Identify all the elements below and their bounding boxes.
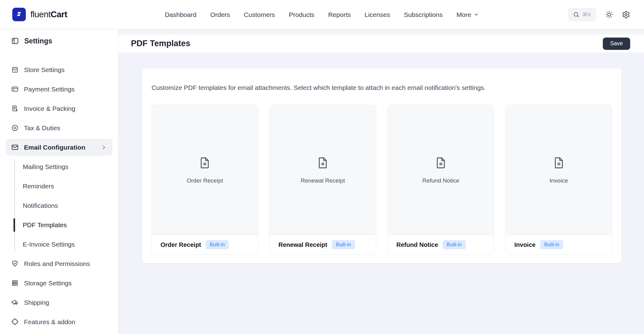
sun-icon <box>605 10 613 19</box>
sidebar-subitem-pdf-templates[interactable]: PDF Templates <box>0 215 118 235</box>
built-in-badge: Built-in <box>206 240 229 249</box>
search-button[interactable]: ⌘K <box>568 8 596 22</box>
credit-card-icon <box>11 85 19 93</box>
template-preview: Refund Notice <box>388 105 494 235</box>
search-shortcut: ⌘K <box>582 11 591 18</box>
sidebar-item-label: Reminders <box>23 183 54 190</box>
template-name: Renewal Receipt <box>279 241 327 248</box>
sidebar-item-email-configuration-row: Email Configuration <box>0 138 118 157</box>
template-preview-label: Renewal Receipt <box>301 177 345 184</box>
template-preview: Invoice <box>506 105 612 235</box>
sidebar-item-label: Shipping <box>24 299 49 306</box>
sidebar-item-label: PDF Templates <box>23 221 67 229</box>
sidebar-item-invoice-packing[interactable]: Invoice & Packing <box>0 99 118 118</box>
percent-circle-icon <box>11 124 19 132</box>
template-footer: Refund Notice Built-in <box>388 235 494 255</box>
settings-button[interactable] <box>622 10 630 19</box>
template-preview: Order Receipt <box>152 105 258 235</box>
panel-description: Customize PDF templates for email attach… <box>152 84 612 91</box>
document-icon <box>434 156 448 170</box>
nav-item-products[interactable]: Products <box>289 11 314 18</box>
sidebar-item-payment-settings[interactable]: Payment Settings <box>0 79 118 99</box>
sidebar-item-roles-permissions[interactable]: Roles and Permissions <box>0 254 118 273</box>
page-title: PDF Templates <box>131 39 190 48</box>
template-card-refund-notice[interactable]: Refund Notice Refund Notice Built-in <box>388 105 494 255</box>
top-actions: ⌘K <box>568 8 630 22</box>
template-footer: Renewal Receipt Built-in <box>270 235 376 255</box>
sidebar-item-tax-duties[interactable]: Tax & Duties <box>0 118 118 138</box>
settings-sidebar: Settings Store Settings Payment Settings… <box>0 29 118 334</box>
chevron-down-icon <box>473 12 479 18</box>
main-column: PDF Templates Save Customize PDF templat… <box>118 29 644 334</box>
sidebar-item-storage-settings[interactable]: Storage Settings <box>0 273 118 293</box>
nav-item-customers[interactable]: Customers <box>244 11 275 18</box>
sidebar-subitem-e-invoice-settings[interactable]: E-Invoice Settings <box>0 235 118 254</box>
theme-toggle-button[interactable] <box>605 10 613 19</box>
sidebar-item-label: E-Invoice Settings <box>23 241 75 248</box>
sidebar-item-label: Notifications <box>23 202 58 209</box>
template-card-grid: Order Receipt Order Receipt Built-in Ren… <box>152 105 612 255</box>
template-name: Refund Notice <box>397 241 438 248</box>
gear-icon <box>622 10 630 19</box>
template-preview-label: Invoice <box>550 177 568 184</box>
brand[interactable]: fluentCart <box>12 8 67 21</box>
app-shell: Settings Store Settings Payment Settings… <box>0 29 644 334</box>
sidebar-subitem-mailing-settings[interactable]: Mailing Settings <box>0 157 118 176</box>
sidebar-subitem-notifications[interactable]: Notifications <box>0 196 118 215</box>
document-icon <box>316 156 330 170</box>
nav-item-more[interactable]: More <box>456 11 479 18</box>
page-header: PDF Templates Save <box>118 34 644 53</box>
active-indicator <box>14 218 15 232</box>
fluentcart-logo-icon <box>12 8 26 21</box>
sidebar-nav: Store Settings Payment Settings Invoice … <box>0 53 118 332</box>
built-in-badge: Built-in <box>332 240 355 249</box>
sidebar-item-label: Roles and Permissions <box>24 260 90 268</box>
template-preview: Renewal Receipt <box>270 105 376 235</box>
sidebar-item-label: Tax & Duties <box>24 124 60 132</box>
nav-item-reports[interactable]: Reports <box>328 11 351 18</box>
built-in-badge: Built-in <box>443 240 466 249</box>
search-icon <box>573 11 579 18</box>
main-nav: Dashboard Orders Customers Products Repo… <box>165 0 479 29</box>
sidebar-header: Settings <box>0 29 118 53</box>
nav-item-orders[interactable]: Orders <box>210 11 230 18</box>
sidebar-item-label: Payment Settings <box>24 86 75 93</box>
document-icon <box>198 156 212 170</box>
invoice-icon <box>11 105 19 112</box>
nav-item-dashboard[interactable]: Dashboard <box>165 11 196 18</box>
template-name: Order Receipt <box>160 241 201 248</box>
sidebar-item-shipping[interactable]: Shipping <box>0 293 118 312</box>
template-preview-label: Order Receipt <box>187 177 223 184</box>
puzzle-icon <box>11 318 19 326</box>
mail-icon <box>11 143 19 151</box>
template-name: Invoice <box>514 241 535 248</box>
save-button[interactable]: Save <box>603 38 630 50</box>
panel-left-icon <box>11 37 19 45</box>
sidebar-item-store-settings[interactable]: Store Settings <box>0 60 118 79</box>
truck-icon <box>11 299 19 306</box>
header-gap-strip <box>118 29 644 34</box>
nav-item-subscriptions[interactable]: Subscriptions <box>404 11 443 18</box>
template-preview-label: Refund Notice <box>422 177 459 184</box>
template-card-order-receipt[interactable]: Order Receipt Order Receipt Built-in <box>152 105 258 255</box>
server-icon <box>11 279 19 287</box>
shield-check-icon <box>11 260 19 268</box>
built-in-badge: Built-in <box>540 240 563 249</box>
sidebar-item-email-configuration[interactable]: Email Configuration <box>6 139 113 156</box>
template-footer: Order Receipt Built-in <box>152 235 258 255</box>
email-configuration-sublist: Mailing Settings Reminders Notifications… <box>0 157 118 254</box>
sidebar-item-features-addon[interactable]: Features & addon <box>0 312 118 332</box>
content-area: Customize PDF templates for email attach… <box>118 53 644 334</box>
nav-item-licenses[interactable]: Licenses <box>365 11 390 18</box>
brand-name: fluentCart <box>30 10 67 19</box>
template-footer: Invoice Built-in <box>506 235 612 255</box>
sidebar-item-label: Invoice & Packing <box>24 105 75 112</box>
template-card-invoice[interactable]: Invoice Invoice Built-in <box>505 105 612 255</box>
chevron-right-icon <box>101 144 107 151</box>
sidebar-item-label: Storage Settings <box>24 280 72 287</box>
sidebar-item-label: Mailing Settings <box>23 163 68 171</box>
sidebar-item-label: Store Settings <box>24 66 65 74</box>
template-card-renewal-receipt[interactable]: Renewal Receipt Renewal Receipt Built-in <box>270 105 376 255</box>
sidebar-subitem-reminders[interactable]: Reminders <box>0 176 118 196</box>
store-icon <box>11 66 19 74</box>
